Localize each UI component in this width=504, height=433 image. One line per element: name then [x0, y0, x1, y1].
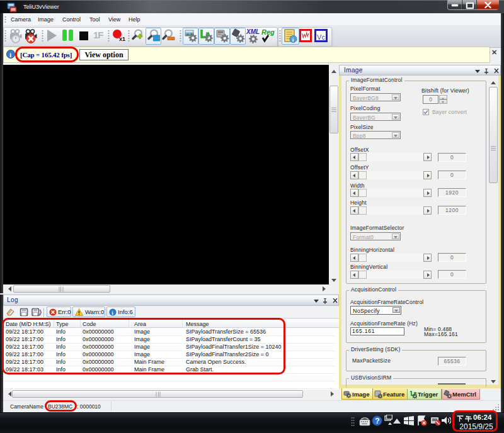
svg-text:?: ?	[375, 417, 379, 425]
svg-text:XML: XML	[246, 28, 260, 35]
svg-text:i: i	[9, 51, 11, 59]
svg-text:Reg: Reg	[261, 28, 275, 36]
svg-text:x1: x1	[119, 36, 125, 42]
